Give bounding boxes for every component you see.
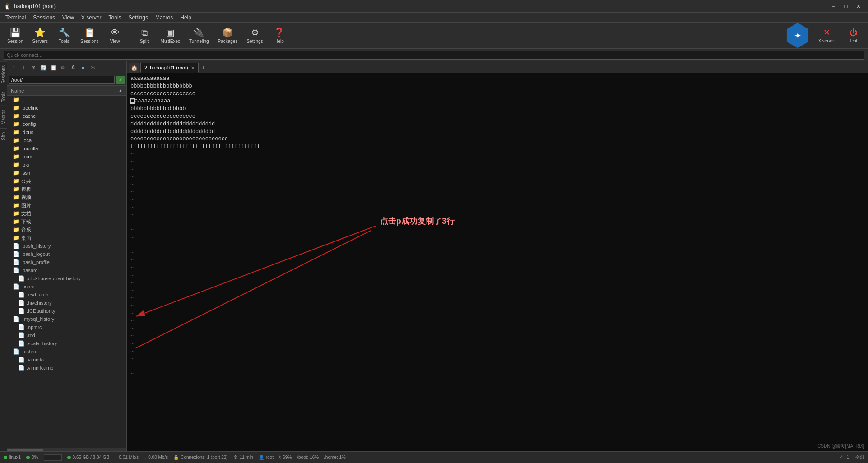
list-item[interactable]: 📁 ..	[7, 96, 126, 104]
list-item[interactable]: 📄 .tcshrc	[7, 347, 126, 356]
sidebar-tab-macros[interactable]: Macros	[0, 106, 7, 128]
list-item[interactable]: 📁 .beeline	[7, 104, 126, 112]
list-item[interactable]: 📁 .local	[7, 136, 126, 144]
list-item[interactable]: 📄 .bash_profile	[7, 258, 126, 266]
cpu-graph	[44, 454, 62, 461]
fp-circle-button[interactable]: ●	[79, 63, 88, 72]
terminal-area[interactable]: aaaaaaaaaaaa bbbbbbbbbbbbbbbbbbb ccccccc…	[127, 73, 868, 451]
menu-settings[interactable]: Settings	[125, 13, 152, 23]
terminal-tilde: ~	[130, 181, 864, 189]
horizontal-scrollbar[interactable]	[7, 448, 126, 451]
list-item[interactable]: 📄 .bashrc	[7, 266, 126, 274]
fp-refresh-button[interactable]: 🔄	[39, 63, 48, 72]
view-icon: 👁	[111, 28, 120, 38]
new-tab-button[interactable]: +	[199, 63, 209, 73]
packages-button[interactable]: 📦 Packages	[214, 24, 241, 47]
multiexec-button[interactable]: ▣ MultiExec	[157, 24, 184, 47]
terminal-line: bbbbbbbbbbbbbbbbb	[130, 105, 864, 113]
tab-close-button[interactable]: ✕	[191, 65, 195, 70]
exit-button[interactable]: ⏻ Exit	[843, 24, 864, 47]
window-controls: − □ ✕	[827, 2, 864, 11]
view-button[interactable]: 👁 View	[104, 24, 126, 47]
list-item[interactable]: 📁 视频	[7, 193, 126, 201]
list-item[interactable]: 📁 .dbus	[7, 128, 126, 136]
list-item[interactable]: 📄 ..mysql_history	[7, 315, 126, 323]
menu-help[interactable]: Help	[176, 13, 195, 23]
fp-cut-button[interactable]: ✂	[88, 63, 97, 72]
list-item[interactable]: 📄 .npmrc	[7, 323, 126, 331]
list-item[interactable]: 📁 文档	[7, 209, 126, 218]
terminal-tilde: ~	[130, 333, 864, 340]
session-button[interactable]: 💾 Session	[4, 24, 27, 47]
sidebar-tab-sftp[interactable]: Sftp	[0, 128, 7, 144]
sessions-button[interactable]: 📋 Sessions	[77, 24, 102, 47]
menu-macros[interactable]: Macros	[152, 13, 176, 23]
list-item[interactable]: 📄 .clickhouse-client-history	[7, 274, 126, 282]
list-item[interactable]: 📁 公共	[7, 177, 126, 185]
menu-terminal[interactable]: Terminal	[2, 13, 29, 23]
status-dot-cpu	[26, 456, 30, 459]
menu-view[interactable]: View	[59, 13, 78, 23]
fp-text-button[interactable]: A	[69, 63, 78, 72]
list-item[interactable]: 📁 下载	[7, 218, 126, 226]
fp-edit-button[interactable]: ✏	[59, 63, 68, 72]
terminal-tilde: ~	[130, 318, 864, 325]
list-item[interactable]: 📁 音乐	[7, 226, 126, 234]
sidebar-tab-tools[interactable]: Tools	[0, 88, 7, 106]
servers-button[interactable]: ⭐ Servers	[29, 24, 51, 47]
home-tab[interactable]: 🏠	[129, 63, 139, 73]
menubar: Terminal Sessions View X server Tools Se…	[0, 13, 868, 23]
fp-new-button[interactable]: ⊕	[29, 63, 38, 72]
list-item[interactable]: 📁 模板	[7, 185, 126, 193]
list-item[interactable]: 📁 .mozilla	[7, 144, 126, 153]
file-panel: ↑ ↓ ⊕ 🔄 📋 ✏ A ● ✂ ✓ Name ▲ 📁 .. 📁 .beeli	[7, 61, 127, 451]
list-item[interactable]: 📄 .cshrc	[7, 282, 126, 291]
active-tab[interactable]: 2. hadoop101 (root) ✕	[140, 63, 199, 73]
list-item[interactable]: 📁 桌面	[7, 234, 126, 242]
tools-icon: 🔧	[59, 27, 70, 38]
menu-sessions[interactable]: Sessions	[29, 13, 59, 23]
list-item[interactable]: 📁 图片	[7, 201, 126, 209]
tunneling-button[interactable]: 🔌 Tunneling	[186, 24, 213, 47]
sidebar-tab-sessions[interactable]: Sessions	[0, 61, 7, 88]
list-item[interactable]: 📁 .ssh	[7, 169, 126, 177]
list-item[interactable]: 📄 .viminfo	[7, 356, 126, 364]
minimize-button[interactable]: −	[827, 2, 839, 11]
download-icon: ↓	[144, 455, 146, 460]
xserver-icon: ✕	[823, 28, 830, 37]
help-button[interactable]: ❓ Help	[269, 24, 290, 47]
fp-up-button[interactable]: ↑	[9, 63, 18, 72]
menu-tools[interactable]: Tools	[105, 13, 125, 23]
list-item[interactable]: 📄 .viminfo.tmp	[7, 364, 126, 372]
list-item[interactable]: 📁 .pki	[7, 161, 126, 169]
packages-icon: 📦	[222, 27, 233, 38]
list-item[interactable]: 📁 .npm	[7, 153, 126, 161]
folder-icon: 📁	[13, 97, 19, 103]
list-item[interactable]: 📄 .rnd	[7, 331, 126, 339]
terminal-line: dddddddddddddddddddddddddd	[130, 120, 864, 128]
list-item[interactable]: 📄 .scala_history	[7, 339, 126, 347]
list-item[interactable]: 📁 .config	[7, 120, 126, 128]
settings-button[interactable]: ⚙ Settings	[243, 24, 266, 47]
status-root-usage: /: 69%	[279, 455, 292, 460]
folder-icon: 📁	[13, 178, 19, 184]
path-ok-button[interactable]: ✓	[116, 76, 125, 84]
path-input[interactable]	[9, 76, 115, 84]
xserver-button[interactable]: ✕ X server	[814, 24, 839, 47]
list-item[interactable]: 📄 .hivehistory	[7, 299, 126, 307]
list-item[interactable]: 📄 .ICEauthority	[7, 307, 126, 315]
menu-xserver[interactable]: X server	[78, 13, 105, 23]
list-item[interactable]: 📄 .bash_history	[7, 242, 126, 250]
close-button[interactable]: ✕	[853, 2, 864, 11]
list-item[interactable]: 📄 .esd_auth	[7, 291, 126, 299]
maximize-button[interactable]: □	[840, 2, 852, 11]
list-item[interactable]: 📄 .bash_logout	[7, 250, 126, 258]
fp-down-button[interactable]: ↓	[19, 63, 28, 72]
list-item[interactable]: 📁 .cache	[7, 112, 126, 120]
folder-icon: 📁	[13, 153, 19, 160]
tools-button[interactable]: 🔧 Tools	[53, 24, 75, 47]
fp-copy-button[interactable]: 📋	[49, 63, 58, 72]
terminal-tilde: ~	[130, 355, 864, 363]
quickconnect-input[interactable]	[4, 51, 864, 60]
split-button[interactable]: ⧉ Split	[134, 24, 155, 47]
